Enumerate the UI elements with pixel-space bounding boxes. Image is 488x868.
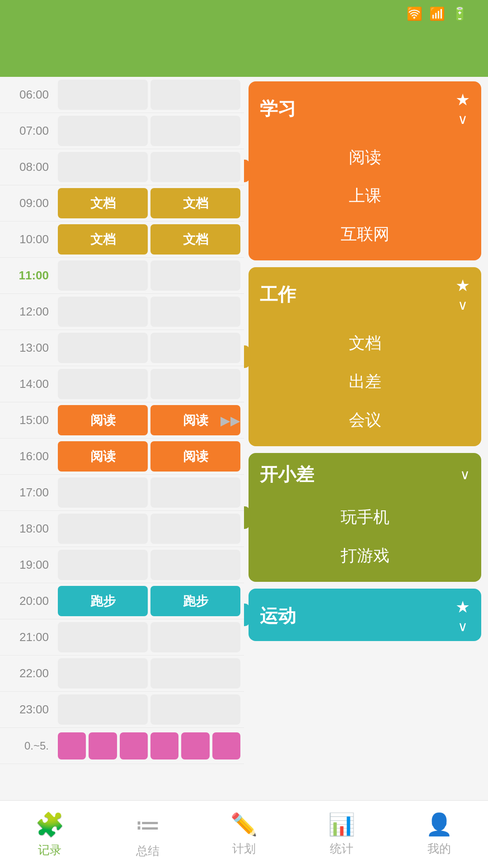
time-row: 23:00 <box>0 692 244 728</box>
time-cell[interactable]: 阅读 <box>58 441 148 472</box>
time-cell[interactable] <box>150 622 240 652</box>
special-cell[interactable] <box>89 732 117 760</box>
time-cell[interactable]: 阅读 <box>58 405 148 435</box>
time-row-wrapper: 18:00 <box>0 511 244 547</box>
panel-star-icon[interactable]: ★ <box>455 276 470 295</box>
time-label: 14:00 <box>0 366 54 402</box>
nav-label-mine: 我的 <box>427 841 451 857</box>
time-cell[interactable] <box>150 152 240 182</box>
time-cell[interactable] <box>58 514 148 544</box>
panel-star-icon[interactable]: ★ <box>455 598 470 617</box>
time-cells <box>54 619 244 655</box>
panel-item[interactable]: 阅读 <box>249 138 481 177</box>
time-cells <box>54 475 244 510</box>
time-cell[interactable] <box>150 297 240 327</box>
time-cell[interactable] <box>58 622 148 652</box>
time-cell[interactable] <box>150 80 240 110</box>
nav-item-stats[interactable]: 📊统计 <box>328 812 355 857</box>
time-cell[interactable] <box>58 658 148 689</box>
panel-item[interactable]: 会议 <box>249 401 481 439</box>
time-label: 19:00 <box>0 547 54 583</box>
panel-slack: 开小差∨玩手机打游戏 <box>249 453 481 582</box>
time-cell[interactable]: 文档 <box>150 224 240 255</box>
time-cell[interactable] <box>58 80 148 110</box>
time-row: 21:00 <box>0 619 244 656</box>
time-row: 17:00 <box>0 475 244 511</box>
panel-nub-study <box>244 160 249 182</box>
time-cell[interactable] <box>150 514 240 544</box>
time-cell[interactable] <box>58 297 148 327</box>
nav-item-plan[interactable]: ✏️计划 <box>230 812 258 857</box>
panel-header-sport[interactable]: 运动★∨ <box>249 589 481 641</box>
panel-item[interactable]: 上课 <box>249 177 481 215</box>
time-cell[interactable]: 文档 <box>58 224 148 255</box>
special-cell[interactable] <box>181 732 209 760</box>
panel-title-sport: 运动 <box>260 604 296 628</box>
time-cell[interactable] <box>58 694 148 725</box>
special-cell[interactable] <box>58 732 86 760</box>
time-cell[interactable] <box>150 116 240 146</box>
time-cell[interactable] <box>150 658 240 689</box>
special-cell[interactable] <box>212 732 240 760</box>
panel-item[interactable]: 打游戏 <box>249 537 481 575</box>
time-cell[interactable]: 跑步 <box>58 586 148 616</box>
panel-chevron-icon[interactable]: ∨ <box>458 297 468 313</box>
panel-header-study[interactable]: 学习★∨ <box>249 81 481 134</box>
panel-header-left: 运动 <box>260 604 296 628</box>
time-row: 11:00 <box>0 258 244 294</box>
time-cell[interactable] <box>150 333 240 363</box>
panel-title-slack: 开小差 <box>260 462 314 487</box>
panel-chevron-icon[interactable]: ∨ <box>458 111 468 127</box>
nav-icon-record: 🧩 <box>35 811 65 839</box>
wifi-icon: 🛜 <box>407 6 422 21</box>
time-cells <box>54 656 244 691</box>
panel-title-work: 工作 <box>260 282 296 307</box>
timeline: 06:0007:0008:0009:00文档文档10:00文档文档11:0012… <box>0 77 244 800</box>
time-cell[interactable] <box>58 550 148 580</box>
time-cell[interactable]: 跑步 <box>150 586 240 616</box>
time-row: 09:00文档文档 <box>0 185 244 222</box>
time-cell[interactable] <box>58 260 148 291</box>
time-cell[interactable] <box>150 550 240 580</box>
time-cell[interactable] <box>58 333 148 363</box>
panel-header-right: ∨ <box>460 467 470 482</box>
time-cell[interactable]: 文档 <box>58 188 148 218</box>
panel-star-icon[interactable]: ★ <box>455 90 470 109</box>
time-cell[interactable] <box>58 116 148 146</box>
time-cells <box>54 366 244 402</box>
time-cell[interactable]: 文档 <box>150 188 240 218</box>
panel-header-work[interactable]: 工作★∨ <box>249 267 481 320</box>
time-cell[interactable] <box>150 694 240 725</box>
forward-arrow-icon: ▶▶ <box>221 413 240 428</box>
time-cell[interactable] <box>58 477 148 508</box>
time-row: 12:00 <box>0 294 244 330</box>
special-cell[interactable] <box>120 732 148 760</box>
time-label: 17:00 <box>0 475 54 510</box>
nav-item-summary[interactable]: ≔总结 <box>135 810 160 859</box>
panel-header-slack[interactable]: 开小差∨ <box>249 453 481 494</box>
time-cell[interactable] <box>150 369 240 399</box>
time-cell[interactable] <box>58 369 148 399</box>
time-cell[interactable]: 阅读 <box>150 441 240 472</box>
time-cells <box>54 511 244 547</box>
time-cells: 跑步跑步 <box>54 583 244 619</box>
panel-item[interactable]: 文档 <box>249 324 481 363</box>
nav-item-record[interactable]: 🧩记录 <box>35 811 65 858</box>
time-cell[interactable] <box>150 477 240 508</box>
time-cells <box>54 692 244 727</box>
special-cell[interactable] <box>150 732 178 760</box>
panel-item[interactable]: 互联网 <box>249 215 481 254</box>
panel-item[interactable]: 玩手机 <box>249 498 481 537</box>
special-cells <box>54 730 244 762</box>
time-cell[interactable] <box>150 260 240 291</box>
panel-header-left: 学习 <box>260 96 296 121</box>
panel-chevron-icon[interactable]: ∨ <box>458 618 468 634</box>
time-cell[interactable] <box>58 152 148 182</box>
time-label: 23:00 <box>0 692 54 727</box>
panel-item[interactable]: 出差 <box>249 363 481 401</box>
nav-item-mine[interactable]: 👤我的 <box>426 812 453 857</box>
panel-nub-work <box>244 345 249 368</box>
panel-sport: 运动★∨ <box>249 589 481 641</box>
time-cells <box>54 258 244 293</box>
panel-chevron-icon[interactable]: ∨ <box>460 467 470 482</box>
